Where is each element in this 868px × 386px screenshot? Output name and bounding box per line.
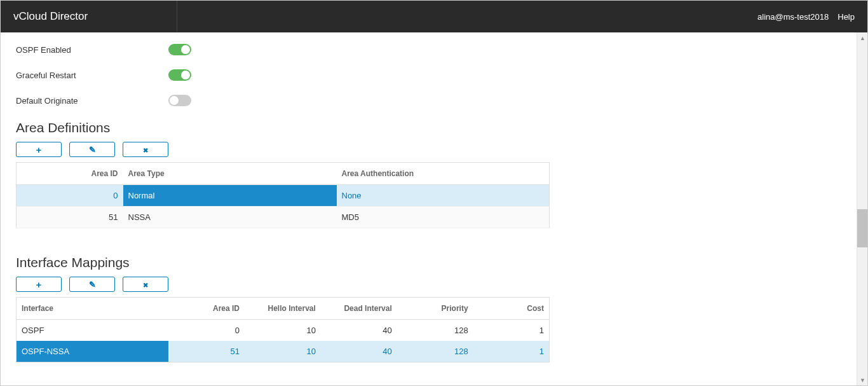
top-bar: vCloud Director alina@ms-test2018 Help — [1, 1, 867, 32]
col-priority[interactable]: Priority — [397, 298, 473, 320]
cell-interface: OSPF — [17, 320, 169, 341]
cell-area-id: 51 — [17, 207, 123, 228]
area-definitions-table: Area ID Area Type Area Authentication 0 … — [16, 162, 550, 228]
graceful-restart-toggle[interactable] — [168, 69, 191, 81]
default-originate-toggle[interactable] — [168, 95, 191, 106]
plus-icon — [36, 144, 42, 155]
scroll-thumb[interactable] — [857, 209, 867, 247]
col-area-id[interactable]: Area ID — [168, 298, 245, 320]
cell-cost: 1 — [473, 320, 550, 341]
app-title: vCloud Director — [13, 10, 88, 23]
cell-area-auth: MD5 — [337, 207, 550, 228]
cell-area-id: 0 — [168, 320, 245, 341]
area-edit-button[interactable] — [69, 142, 115, 157]
interface-edit-button[interactable] — [69, 277, 115, 292]
ospf-enabled-toggle[interactable] — [168, 44, 191, 55]
cell-priority: 128 — [397, 320, 473, 341]
scroll-up-icon[interactable]: ▲ — [857, 32, 868, 43]
scroll-down-icon[interactable]: ▼ — [857, 375, 868, 385]
area-add-button[interactable] — [16, 142, 62, 157]
cell-area-type: Normal — [123, 185, 337, 207]
cell-dead: 40 — [321, 320, 397, 341]
default-originate-label: Default Originate — [16, 96, 168, 106]
cell-area-auth: None — [337, 185, 550, 207]
interface-mappings-table: Interface Area ID Hello Interval Dead In… — [16, 297, 550, 362]
col-interface[interactable]: Interface — [17, 298, 169, 320]
interface-mappings-title: Interface Mappings — [16, 255, 852, 270]
cell-priority: 128 — [397, 341, 473, 362]
user-link[interactable]: alina@ms-test2018 — [757, 12, 829, 22]
cell-area-id: 0 — [17, 185, 123, 207]
cell-area-id: 51 — [168, 341, 245, 362]
interface-delete-button[interactable] — [123, 277, 168, 292]
pencil-icon — [89, 280, 96, 289]
ospf-enabled-label: OSPF Enabled — [16, 45, 168, 55]
interface-add-button[interactable] — [16, 277, 62, 292]
plus-icon — [36, 279, 42, 290]
vertical-scrollbar[interactable]: ▲ ▼ — [857, 32, 867, 385]
cell-cost: 1 — [473, 341, 550, 362]
help-link[interactable]: Help — [837, 12, 855, 22]
cell-hello: 10 — [245, 320, 321, 341]
col-cost[interactable]: Cost — [473, 298, 550, 320]
graceful-restart-label: Graceful Restart — [16, 71, 168, 80]
x-icon — [143, 145, 148, 155]
table-row[interactable]: OSPF-NSSA 51 10 40 128 1 — [17, 341, 550, 362]
cell-interface: OSPF-NSSA — [17, 341, 169, 362]
area-definitions-title: Area Definitions — [16, 120, 852, 135]
x-icon — [143, 280, 148, 289]
table-row[interactable]: 51 NSSA MD5 — [17, 207, 550, 228]
pencil-icon — [89, 145, 96, 155]
col-hello[interactable]: Hello Interval — [245, 298, 321, 320]
table-row[interactable]: 0 Normal None — [17, 185, 550, 207]
cell-hello: 10 — [245, 341, 321, 362]
col-area-auth[interactable]: Area Authentication — [337, 163, 550, 185]
area-delete-button[interactable] — [123, 142, 168, 157]
cell-dead: 40 — [321, 341, 397, 362]
divider — [177, 1, 177, 32]
col-area-type[interactable]: Area Type — [123, 163, 337, 185]
content-area: OSPF Enabled Graceful Restart Default Or… — [1, 32, 867, 385]
col-area-id[interactable]: Area ID — [17, 163, 123, 185]
col-dead[interactable]: Dead Interval — [321, 298, 397, 320]
cell-area-type: NSSA — [123, 207, 337, 228]
table-row[interactable]: OSPF 0 10 40 128 1 — [17, 320, 550, 341]
